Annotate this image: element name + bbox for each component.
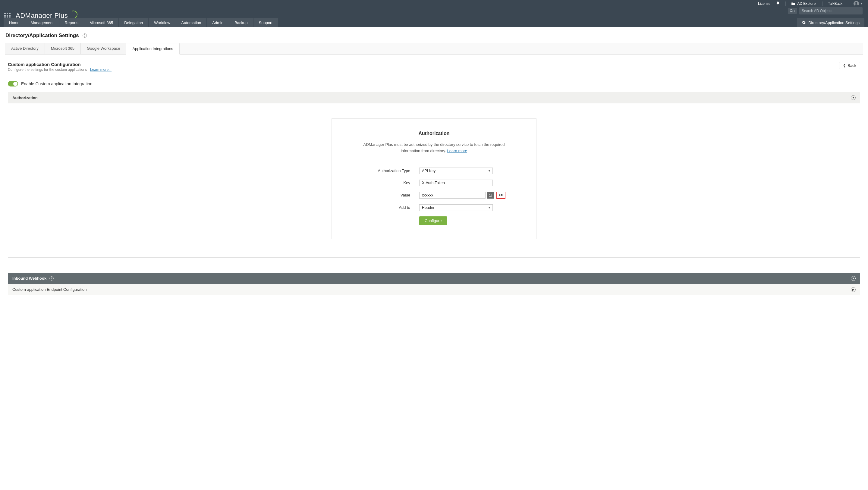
nav-tab-workflow[interactable]: Workflow	[149, 18, 176, 27]
auth-card: Authorization ADManager Plus must be aut…	[332, 118, 536, 239]
config-title: Custom application Configuration	[8, 62, 112, 67]
directory-settings-button[interactable]: Directory/Application Settings	[797, 18, 864, 27]
key-input[interactable]	[420, 180, 493, 186]
expand-icon: ▼	[851, 276, 856, 281]
authorization-panel: Authorization ADManager Plus must be aut…	[8, 103, 860, 258]
license-link[interactable]: License	[758, 1, 770, 6]
label-add-to: Add to	[350, 205, 419, 210]
page-title: Directory/Application Settings	[5, 33, 79, 38]
search-input[interactable]	[799, 7, 863, 14]
help-icon[interactable]: ?	[83, 33, 87, 38]
svg-line-3	[792, 11, 793, 12]
folder-icon	[791, 2, 795, 5]
config-desc: Configure the settings for the custom ap…	[8, 67, 87, 72]
nav-tab-reports[interactable]: Reports	[59, 18, 84, 27]
main-nav: HomeManagementReportsMicrosoft 365Delega…	[4, 18, 864, 27]
configure-button[interactable]: Configure	[419, 216, 447, 225]
api-icon: API	[498, 194, 503, 197]
label-auth-type: Authorization Type	[350, 169, 419, 173]
subtab-application-integrations[interactable]: Application Integrations	[126, 43, 179, 55]
variable-picker-button[interactable]	[487, 192, 494, 198]
add-to-select[interactable]: Header ▼	[419, 204, 493, 211]
subtabs: Active DirectoryMicrosoft 365Google Work…	[5, 43, 863, 55]
help-icon[interactable]: ?	[50, 276, 54, 281]
gear-icon	[802, 21, 806, 25]
chevron-left-icon: ❮	[843, 64, 846, 67]
nav-tab-support[interactable]: Support	[253, 18, 278, 27]
topbar: License AD Explorer TalkBack ▼ ▾ ADManag…	[0, 0, 868, 27]
nav-tab-backup[interactable]: Backup	[229, 18, 253, 27]
accordion-inbound-webhook[interactable]: Inbound Webhook ? ▼	[8, 273, 860, 284]
enable-toggle[interactable]	[8, 81, 18, 87]
expand-icon: ▶	[851, 287, 856, 292]
bell-icon[interactable]	[776, 1, 780, 6]
nav-tab-automation[interactable]: Automation	[176, 18, 207, 27]
page-header: Directory/Application Settings ?	[0, 27, 868, 43]
value-input[interactable]	[420, 192, 485, 198]
talkback-link[interactable]: TalkBack	[828, 1, 842, 6]
chevron-down-icon: ▼	[486, 168, 493, 174]
auth-type-select[interactable]: API Key ▼	[419, 167, 493, 174]
nav-tab-admin[interactable]: Admin	[207, 18, 229, 27]
separator	[848, 1, 848, 6]
svg-point-7	[491, 195, 491, 196]
subtab-google-workspace[interactable]: Google Workspace	[81, 43, 126, 54]
user-icon	[854, 1, 859, 6]
separator	[785, 1, 786, 6]
api-config-button[interactable]: API	[496, 192, 505, 199]
separator	[822, 1, 823, 6]
enable-label: Enable Custom application Integration	[21, 81, 93, 86]
search-icon	[789, 9, 793, 13]
ad-explorer-link[interactable]: AD Explorer	[791, 1, 817, 6]
subtab-active-directory[interactable]: Active Directory	[5, 43, 45, 54]
label-key: Key	[350, 181, 419, 185]
accordion-endpoint-config[interactable]: Custom application Endpoint Configuratio…	[8, 284, 860, 295]
back-button[interactable]: ❮ Back	[839, 62, 860, 69]
collapse-icon: ▼	[851, 95, 856, 100]
learn-more-link[interactable]: Learn more...	[90, 67, 112, 72]
search-scope-dropdown[interactable]: ▾	[788, 8, 797, 14]
svg-point-1	[855, 2, 857, 4]
nav-tab-home[interactable]: Home	[4, 18, 25, 27]
auth-card-subtext: ADManager Plus must be authorized by the…	[350, 142, 518, 154]
label-value: Value	[350, 193, 419, 197]
chevron-down-icon: ▼	[486, 205, 493, 211]
svg-point-6	[490, 194, 490, 195]
enable-row: Enable Custom application Integration	[8, 81, 860, 87]
svg-point-2	[790, 10, 792, 12]
subtab-microsoft-365[interactable]: Microsoft 365	[45, 43, 81, 54]
accordion-authorization[interactable]: Authorization ▼	[8, 92, 860, 103]
auth-card-title: Authorization	[350, 131, 518, 136]
percent-icon	[489, 193, 492, 197]
auth-learn-more-link[interactable]: Learn more	[447, 149, 467, 153]
config-section-head: Custom application Configuration Configu…	[8, 62, 860, 76]
nav-tab-delegation[interactable]: Delegation	[119, 18, 149, 27]
user-menu[interactable]: ▼	[854, 1, 863, 6]
nav-tab-microsoft-365[interactable]: Microsoft 365	[84, 18, 119, 27]
nav-tab-management[interactable]: Management	[25, 18, 59, 27]
